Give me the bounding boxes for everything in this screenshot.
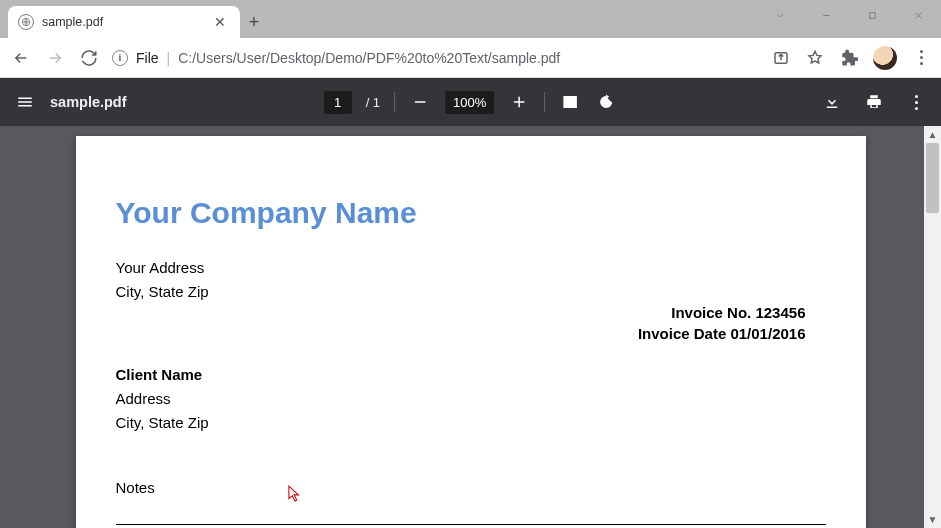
page-total: / 1 <box>366 95 380 110</box>
browser-actions <box>771 46 931 70</box>
zoom-in-button[interactable] <box>508 91 530 113</box>
fit-page-button[interactable] <box>559 91 581 113</box>
client-address: Address <box>116 389 826 409</box>
close-tab-icon[interactable]: ✕ <box>210 14 230 30</box>
back-button[interactable] <box>10 47 32 69</box>
profile-avatar[interactable] <box>873 46 897 70</box>
divider <box>544 92 545 112</box>
page-input[interactable]: 1 <box>324 91 352 114</box>
window-dropdown-icon[interactable] <box>757 0 803 30</box>
share-icon[interactable] <box>771 48 791 68</box>
menu-icon[interactable] <box>14 91 36 113</box>
pdf-filename: sample.pdf <box>50 94 127 110</box>
vertical-scrollbar[interactable]: ▲ ▼ <box>924 126 941 528</box>
url-path: C:/Users/User/Desktop/Demo/PDF%20to%20Te… <box>178 50 560 66</box>
svg-rect-3 <box>564 97 576 108</box>
window-maximize-button[interactable] <box>849 0 895 30</box>
invoice-meta: Invoice No. 123456 Invoice Date 01/01/20… <box>638 302 806 344</box>
browser-tab[interactable]: sample.pdf ✕ <box>8 6 240 38</box>
company-address-line2: City, State Zip <box>116 282 826 302</box>
pdf-toolbar-right <box>821 91 927 113</box>
reload-button[interactable] <box>78 47 100 69</box>
scroll-down-arrow-icon[interactable]: ▼ <box>924 511 941 528</box>
client-name: Client Name <box>116 365 826 385</box>
zoom-level[interactable]: 100% <box>445 91 494 114</box>
browser-toolbar: i File | C:/Users/User/Desktop/Demo/PDF%… <box>0 38 941 78</box>
pdf-toolbar: sample.pdf 1 / 1 100% <box>0 78 941 126</box>
pdf-viewport[interactable]: Your Company Name Your Address City, Sta… <box>0 126 941 528</box>
file-scheme-label: File <box>136 50 159 66</box>
scroll-track[interactable] <box>924 143 941 511</box>
client-block: Client Name Address City, State Zip <box>116 365 826 434</box>
globe-icon <box>18 14 34 30</box>
address-bar[interactable]: i File | C:/Users/User/Desktop/Demo/PDF%… <box>112 50 759 66</box>
pdf-toolbar-center: 1 / 1 100% <box>324 91 618 114</box>
url-separator: | <box>167 50 171 66</box>
invoice-number-line: Invoice No. 123456 <box>638 302 806 323</box>
rotate-button[interactable] <box>595 91 617 113</box>
new-tab-button[interactable]: + <box>240 6 268 38</box>
notes-rule <box>116 524 826 525</box>
extensions-icon[interactable] <box>839 48 859 68</box>
site-info-icon[interactable]: i <box>112 50 128 66</box>
svg-rect-1 <box>869 12 875 18</box>
download-button[interactable] <box>821 91 843 113</box>
pdf-more-button[interactable] <box>905 91 927 113</box>
scroll-up-arrow-icon[interactable]: ▲ <box>924 126 941 143</box>
notes-label: Notes <box>116 479 826 496</box>
bookmark-star-icon[interactable] <box>805 48 825 68</box>
company-name: Your Company Name <box>116 196 826 230</box>
zoom-out-button[interactable] <box>409 91 431 113</box>
invoice-date-line: Invoice Date 01/01/2016 <box>638 323 806 344</box>
divider <box>394 92 395 112</box>
browser-menu-button[interactable] <box>911 48 931 68</box>
scroll-thumb[interactable] <box>926 143 939 213</box>
print-button[interactable] <box>863 91 885 113</box>
tab-title: sample.pdf <box>42 15 210 29</box>
company-address-line1: Your Address <box>116 258 826 278</box>
window-titlebar: sample.pdf ✕ + <box>0 0 941 38</box>
window-close-button[interactable] <box>895 0 941 30</box>
window-controls <box>757 0 941 30</box>
forward-button[interactable] <box>44 47 66 69</box>
client-city-state-zip: City, State Zip <box>116 413 826 433</box>
window-minimize-button[interactable] <box>803 0 849 30</box>
pdf-page: Your Company Name Your Address City, Sta… <box>76 136 866 528</box>
